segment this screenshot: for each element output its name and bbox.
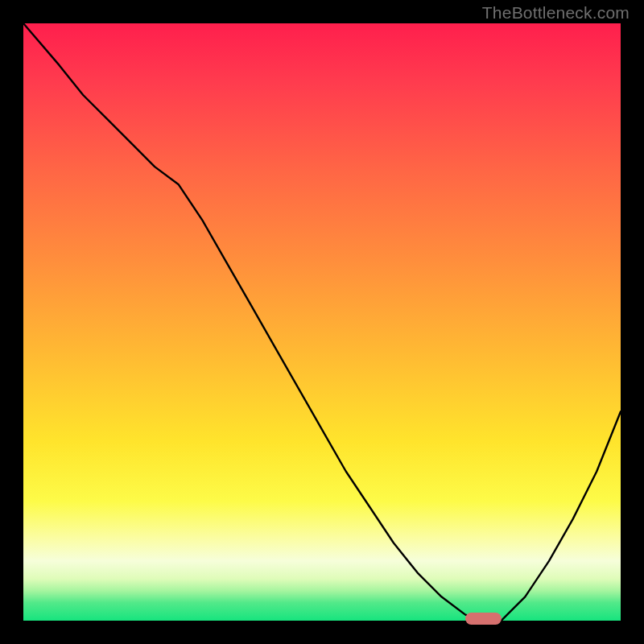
gradient-background	[23, 23, 621, 621]
watermark-text: TheBottleneck.com	[482, 3, 630, 23]
plot-area	[23, 23, 621, 621]
chart-frame: TheBottleneck.com	[0, 0, 644, 644]
optimal-marker	[465, 613, 502, 625]
